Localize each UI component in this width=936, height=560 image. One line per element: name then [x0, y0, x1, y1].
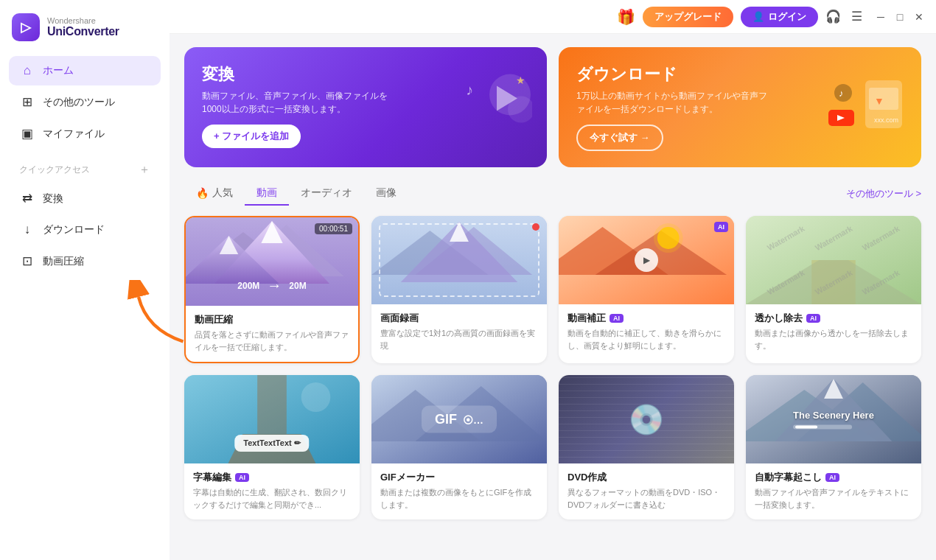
watermark-overlay: Watermark Watermark Watermark Watermark … [746, 216, 921, 304]
banner-row: 変換 動画ファイル、音声ファイル、画像ファイルを1000以上の形式に一括変換しま… [184, 47, 921, 167]
convert-illustration: ♪ ★ [458, 72, 532, 142]
duration-label: 00:00:51 [315, 223, 352, 234]
tab-image[interactable]: 画像 [364, 182, 408, 206]
more-tools-link[interactable]: その他のツール > [846, 187, 921, 200]
tool-grid: 00:00:51 200M → 20M 動画圧縮 品質を落とさずに動画ファイルや… [184, 216, 921, 519]
sidebar-convert-label: 変換 [43, 192, 63, 206]
svg-point-36 [301, 382, 331, 412]
quick-access-section: クイックアクセス ＋ [0, 152, 170, 181]
compress-thumb: 00:00:51 200M → 20M [186, 217, 358, 306]
sidebar-nav: ⌂ ホーム ⊞ その他のツール ▣ マイファイル [0, 53, 170, 152]
convert-banner[interactable]: 変換 動画ファイル、音声ファイル、画像ファイルを1000以上の形式に一括変換しま… [184, 47, 547, 167]
compress-card-info: 動画圧縮 品質を落とさずに動画ファイルや音声ファイルを一括で圧縮します。 [186, 306, 358, 362]
tools-icon: ⊞ [19, 94, 35, 110]
sidebar-my-files-label: マイファイル [43, 127, 105, 141]
subtitle-card-title: 字幕編集 AI [193, 471, 351, 484]
watermark-card-desc: 動画または画像から透かしを一括除去します。 [755, 327, 912, 351]
add-quick-access-button[interactable]: ＋ [139, 162, 150, 178]
sidebar-compress-label: 動画圧縮 [43, 255, 84, 268]
dvd-card-info: DVD作成 異なるフォーマットの動画をDVD・ISO・DVDフォルダーに書き込む [559, 463, 734, 519]
tool-card-transcribe[interactable]: The Scenery Here 自動字幕起こし AI 動画ファイルや音声ファイ… [746, 375, 921, 519]
screen-card-title: 画面録画 [380, 312, 538, 325]
sidebar-item-convert[interactable]: ⇄ 変換 [9, 183, 161, 214]
ai-badge-label: AI [610, 314, 624, 323]
close-button[interactable]: ✕ [914, 12, 924, 22]
sidebar-item-my-files[interactable]: ▣ マイファイル [9, 119, 161, 149]
tabs-row: 🔥 人気 動画 オーディオ 画像 その他のツール > [184, 182, 921, 206]
upgrade-button[interactable]: アップグレード [643, 7, 733, 27]
convert-icon: ⇄ [19, 191, 35, 206]
screen-card-desc: 豊富な設定で1対1の高画質の画面録画を実現 [380, 327, 538, 351]
svg-text:♪: ♪ [839, 88, 844, 99]
subtitle-text-box: TextTextText ✏ [234, 435, 309, 452]
sidebar-item-compress[interactable]: ⊡ 動画圧縮 [9, 246, 161, 276]
home-icon: ⌂ [19, 63, 35, 78]
product-name: UniConverter [47, 25, 119, 38]
sidebar-item-other-tools[interactable]: ⊞ その他のツール [9, 87, 161, 117]
tool-card-gif[interactable]: GIF ⦿… GIFメーカー 動画または複数の画像をもとにGIFを作成します。 [371, 375, 547, 519]
download-banner[interactable]: ダウンロード 1万以上の動画サイトから動画ファイルや音声ファイルを一括ダウンロー… [559, 47, 921, 167]
download-try-button[interactable]: 今すぐ試す → [576, 125, 663, 151]
brand-name: Wondershare [47, 16, 119, 25]
tab-audio[interactable]: オーディオ [289, 182, 364, 206]
menu-icon[interactable]: ☰ [851, 9, 862, 24]
gif-badge: GIF ⦿… [422, 406, 497, 433]
sidebar-other-tools-label: その他のツール [43, 96, 115, 109]
compress-card-desc: 品質を落とさずに動画ファイルや音声ファイルを一括で圧縮します。 [195, 329, 349, 353]
gif-card-info: GIFメーカー 動画または複数の画像をもとにGIFを作成します。 [371, 463, 547, 519]
tab-popular[interactable]: 🔥 人気 [184, 182, 245, 206]
sidebar-quick-access-nav: ⇄ 変換 ↓ ダウンロード ⊡ 動画圧縮 [0, 181, 170, 279]
transcribe-card-info: 自動字幕起こし AI 動画ファイルや音声ファイルをテキストに一括変換します。 [746, 463, 921, 519]
play-button: ▶ [635, 248, 658, 272]
ai-badge-wm: AI [806, 314, 820, 323]
sidebar-item-download[interactable]: ↓ ダウンロード [9, 215, 161, 245]
compress-size-indicator: 200M → 20M [237, 277, 306, 294]
gif-card-desc: 動画または複数の画像をもとにGIFを作成します。 [380, 486, 538, 511]
screen-thumb [371, 216, 547, 304]
ai-badge-trans: AI [825, 473, 839, 482]
maximize-button[interactable]: □ [895, 12, 905, 22]
sidebar-item-home[interactable]: ⌂ ホーム [9, 56, 161, 85]
minimize-button[interactable]: ─ [876, 12, 886, 22]
tool-card-compress[interactable]: 00:00:51 200M → 20M 動画圧縮 品質を落とさずに動画ファイルや… [184, 216, 360, 363]
enhance-card-desc: 動画を自動的に補正して、動きを滑らかにし、画質をより鮮明にします。 [567, 327, 725, 351]
window-buttons: ─ □ ✕ [876, 12, 924, 22]
watermark-card-title: 透かし除去 AI [755, 312, 912, 325]
titlebar-icons: 🎧 ☰ [825, 9, 862, 24]
tool-card-dvd[interactable]: 💿 DVD作成 異なるフォーマットの動画をDVD・ISO・DVDフォルダーに書き… [559, 375, 734, 519]
gift-icon: 🎁 [617, 8, 635, 26]
tool-card-screen[interactable]: 画面録画 豊富な設定で1対1の高画質の画面録画を実現 [371, 216, 547, 363]
screen-frame [379, 223, 539, 297]
size-to: 20M [289, 281, 306, 291]
scene-bar-fill [795, 426, 817, 429]
enhance-thumb: ▶ AI [559, 216, 734, 304]
convert-add-file-button[interactable]: + ファイルを追加 [202, 125, 301, 148]
tab-video[interactable]: 動画 [245, 182, 289, 206]
login-button[interactable]: 👤 ログイン [741, 7, 818, 27]
gif-card-title: GIFメーカー [380, 471, 538, 484]
tool-card-subtitle[interactable]: TextTextText ✏ 字幕編集 AI 字幕は自動的に生成、翻訳され、数回… [184, 375, 360, 519]
watermark-thumb: Watermark Watermark Watermark Watermark … [746, 216, 921, 304]
gif-thumb: GIF ⦿… [371, 375, 547, 463]
app-logo-text: Wondershare UniConverter [47, 16, 119, 38]
watermark-card-info: 透かし除去 AI 動画または画像から透かしを一括除去します。 [746, 304, 921, 360]
person-icon: 👤 [752, 11, 764, 22]
download-illustration: ▼ ♪ xxx.com [828, 77, 909, 139]
tool-card-enhance[interactable]: ▶ AI 動画補正 AI 動画を自動的に補正して、動きを滑らかにし、画質をより鮮… [559, 216, 734, 363]
scene-thumb: The Scenery Here [746, 375, 921, 463]
svg-text:▼: ▼ [874, 95, 884, 107]
download-banner-desc: 1万以上の動画サイトから動画ファイルや音声ファイルを一括ダウンロードします。 [576, 89, 768, 116]
app-logo: ▷ Wondershare UniConverter [0, 0, 170, 53]
scene-text-overlay: The Scenery Here [793, 410, 874, 430]
compress-card-title: 動画圧縮 [195, 313, 349, 326]
ai-badge-sub: AI [235, 473, 249, 482]
dvd-thumb: 💿 [559, 375, 734, 463]
tool-card-watermark[interactable]: Watermark Watermark Watermark Watermark … [746, 216, 921, 363]
content-area: 変換 動画ファイル、音声ファイル、画像ファイルを1000以上の形式に一括変換しま… [170, 34, 936, 560]
enhance-card-info: 動画補正 AI 動画を自動的に補正して、動きを滑らかにし、画質をより鮮明にします… [559, 304, 734, 360]
headphone-icon[interactable]: 🎧 [825, 9, 841, 24]
arrow-icon: → [267, 277, 282, 294]
transcribe-card-desc: 動画ファイルや音声ファイルをテキストに一括変換します。 [755, 486, 912, 511]
files-icon: ▣ [19, 126, 35, 141]
titlebar: 🎁 アップグレード 👤 ログイン 🎧 ☰ ─ □ ✕ [170, 0, 936, 34]
